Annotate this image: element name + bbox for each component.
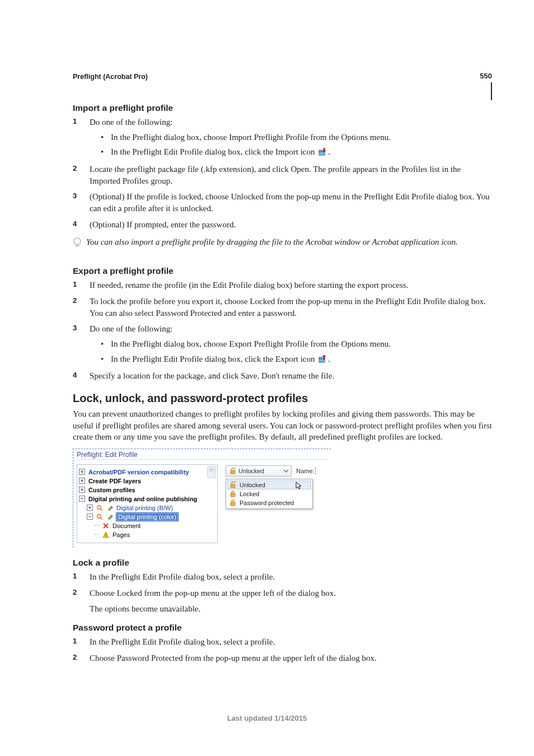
pw-protect-step-1: In the Preflight Edit Profile dialog box… [73, 636, 492, 648]
import-step-1-bullet-2: In the Preflight Edit Profile dialog box… [101, 146, 492, 159]
heading-import-profile: Import a preflight profile [73, 103, 492, 113]
svg-rect-15 [231, 470, 235, 474]
tree-item[interactable]: Create PDF layers [88, 478, 141, 484]
menu-item-locked[interactable]: Locked [227, 489, 311, 498]
import-icon [318, 147, 327, 159]
magnifier-icon [96, 505, 103, 511]
lock-state-dropdown-value: Unlocked [238, 468, 264, 474]
warning-icon [102, 531, 109, 538]
heading-lock-unlock: Lock, unlock, and password-protect profi… [73, 392, 492, 405]
export-step-3: Do one of the following: In the Prefligh… [73, 323, 492, 366]
import-step-1: Do one of the following: In the Prefligh… [73, 116, 492, 159]
svg-point-9 [97, 514, 101, 517]
running-header: Preflight (Acrobat Pro) [73, 73, 492, 81]
export-step-3-bullets: In the Preflight dialog box, choose Expo… [101, 338, 492, 366]
chevron-down-icon [283, 468, 289, 474]
profile-tree: Acrobat/PDF version compatibility Create… [77, 464, 218, 543]
export-step-3-text: Do one of the following: [90, 324, 172, 333]
lock-icon [229, 500, 236, 506]
heading-lock-profile: Lock a profile [73, 558, 492, 568]
svg-point-7 [97, 505, 101, 508]
name-label: Name: [296, 468, 316, 474]
import-step-1-text: Do one of the following: [90, 118, 172, 127]
scrollbar-stub[interactable] [207, 466, 216, 478]
tree-item[interactable]: Custom profiles [88, 487, 135, 493]
tree-subitem[interactable]: Pages [113, 531, 130, 538]
page-number: 550 [480, 72, 492, 80]
unlock-icon [229, 482, 236, 488]
tip: You can also import a preflight profile … [73, 236, 492, 252]
lock-state-dropdown[interactable]: Unlocked [226, 465, 292, 477]
dialog-title: Preflight: Edit Profile [73, 449, 331, 459]
page: 550 Preflight (Acrobat Pro) Import a pre… [0, 0, 534, 756]
svg-rect-6 [319, 357, 322, 359]
wrench-icon [106, 514, 113, 520]
unlock-icon [229, 468, 236, 474]
import-step-3: (Optional) If the profile is locked, cho… [73, 191, 492, 214]
svg-rect-14 [105, 536, 106, 536]
tree-item-selected[interactable]: Digital printing (color) [116, 513, 178, 521]
lock-profile-steps: In the Preflight Edit Profile dialog box… [73, 571, 492, 599]
svg-rect-18 [231, 502, 235, 506]
svg-rect-3 [76, 246, 78, 246]
pw-protect-steps: In the Preflight Edit Profile dialog box… [73, 636, 492, 664]
lock-state-menu: Unlocked Locked [226, 479, 313, 509]
wrench-icon [106, 505, 113, 511]
svg-rect-1 [319, 150, 322, 152]
tip-text: You can also import a preflight profile … [86, 236, 458, 248]
svg-line-10 [101, 517, 103, 520]
import-step-4: (Optional) If prompted, enter the passwo… [73, 219, 492, 231]
red-x-icon [102, 522, 109, 529]
export-icon [318, 354, 327, 366]
page-number-block: 550 [480, 72, 492, 100]
menu-item-unlocked[interactable]: Unlocked [227, 480, 311, 489]
tree-subitem[interactable]: Document [113, 522, 140, 529]
import-step-2: Locate the preflight package file (.kfp … [73, 164, 492, 186]
menu-item-label: Locked [240, 491, 259, 497]
svg-rect-4 [77, 246, 78, 247]
menu-item-label: Password protected [240, 500, 294, 506]
import-step-1-bullet-2-text: In the Preflight Edit Profile dialog box… [111, 147, 317, 156]
svg-rect-13 [105, 534, 106, 536]
import-steps: Do one of the following: In the Prefligh… [73, 116, 492, 231]
page-number-rule [491, 82, 492, 100]
import-step-1-bullets: In the Preflight dialog box, choose Impo… [101, 132, 492, 159]
cursor-icon [295, 482, 303, 489]
export-step-1: If needed, rename the profile (in the Ed… [73, 279, 492, 291]
lock-icon [229, 491, 236, 497]
menu-item-password-protected[interactable]: Password protected [227, 498, 311, 507]
svg-line-8 [101, 508, 103, 511]
export-step-3-bullet-2: In the Preflight Edit Profile dialog box… [101, 353, 492, 366]
import-step-1-bullet-1: In the Preflight dialog box, choose Impo… [101, 132, 492, 143]
lock-profile-step-2: Choose Locked from the pop-up menu at th… [73, 587, 492, 599]
svg-point-2 [74, 238, 81, 245]
export-steps: If needed, rename the profile (in the Ed… [73, 279, 492, 382]
svg-rect-16 [231, 484, 235, 488]
tree-item[interactable]: Acrobat/PDF version compatibility [88, 469, 189, 475]
lock-profile-after: The options become unavailable. [90, 603, 492, 615]
tree-item[interactable]: Digital printing (B/W) [116, 505, 173, 511]
lightbulb-icon [73, 237, 82, 252]
lock-intro: You can prevent unauthorized changes to … [73, 408, 492, 443]
magnifier-icon [96, 514, 103, 520]
export-step-2: To lock the profile before you export it… [73, 296, 492, 319]
export-step-3-bullet-1: In the Preflight dialog box, choose Expo… [101, 338, 492, 350]
menu-item-label: Unlocked [240, 482, 265, 488]
export-step-4: Specify a location for the package, and … [73, 370, 492, 382]
export-step-3-bullet-2-text: In the Preflight Edit Profile dialog box… [111, 354, 317, 363]
heading-export-profile: Export a preflight profile [73, 266, 492, 276]
lock-profile-step-1: In the Preflight Edit Profile dialog box… [73, 571, 492, 583]
footer-updated: Last updated 1/14/2015 [0, 714, 534, 722]
tree-item[interactable]: Digital printing and online publishing [88, 496, 197, 502]
heading-password-protect: Password protect a profile [73, 623, 492, 633]
svg-rect-17 [231, 493, 235, 497]
figure-edit-profile-dialog: Preflight: Edit Profile Acrobat/PDF vers… [73, 449, 492, 548]
pw-protect-step-2: Choose Password Protected from the pop-u… [73, 652, 492, 664]
